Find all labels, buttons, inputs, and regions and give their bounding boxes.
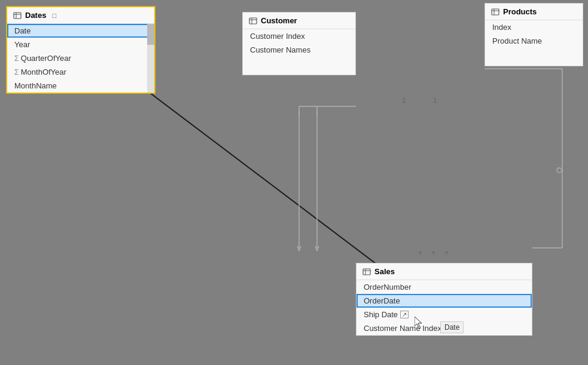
products-row-name-label: Product Name	[492, 36, 542, 45]
dates-row-monthofyear[interactable]: MonthOfYear	[7, 65, 154, 79]
products-padding	[485, 48, 583, 66]
dates-row-monthname-label: MonthName	[14, 81, 57, 90]
dates-row-monthofyear-label: MonthOfYear	[21, 68, 66, 76]
customer-padding	[243, 57, 355, 75]
dates-table-header: Dates □	[7, 7, 154, 24]
dates-row-year[interactable]: Year	[7, 38, 154, 51]
customer-row-index[interactable]: Customer Index	[243, 29, 355, 43]
dates-table-icon	[13, 11, 22, 20]
dates-row-year-label: Year	[14, 40, 30, 49]
sales-row-shipdate[interactable]: Ship Date ↗	[357, 308, 532, 321]
sales-row-orderdate-label: OrderDate	[364, 296, 400, 305]
sales-row-customer-name-index[interactable]: Customer Name Index	[357, 321, 532, 335]
products-row-index-label: Index	[492, 23, 511, 32]
shipdate-link-icon: ↗	[400, 311, 409, 318]
svg-rect-22	[249, 18, 257, 24]
dates-table: Dates □ Date Year QuarterOfYear MonthOfY…	[6, 6, 156, 94]
products-table-title: Products	[503, 7, 537, 16]
svg-text:*: *	[432, 249, 435, 259]
customer-table: Customer Customer Index Customer Names	[242, 12, 356, 75]
svg-text:*: *	[419, 249, 422, 259]
products-row-name[interactable]: Product Name	[485, 34, 583, 48]
customer-table-title: Customer	[261, 16, 297, 25]
products-row-index[interactable]: Index	[485, 20, 583, 34]
sales-table-icon	[362, 268, 371, 276]
dates-scroll-thumb[interactable]	[147, 24, 154, 45]
svg-text:1: 1	[433, 96, 437, 105]
sales-table-title: Sales	[374, 267, 395, 276]
customer-row-index-label: Customer Index	[250, 32, 305, 41]
dates-row-quarterofyear-label: QuarterOfYear	[21, 54, 71, 63]
dates-collapse-icon[interactable]: □	[52, 12, 56, 19]
dates-row-date[interactable]: Date	[7, 24, 154, 38]
dates-row-date-label: Date	[14, 26, 31, 35]
sales-row-shipdate-label: Ship Date	[364, 310, 398, 319]
customer-row-names[interactable]: Customer Names	[243, 43, 355, 57]
products-rows: Index Product Name	[485, 20, 583, 66]
products-table: Products Index Product Name	[485, 3, 583, 66]
sales-rows: OrderNumber OrderDate Ship Date ↗ Custom…	[357, 280, 532, 335]
customer-table-header: Customer	[243, 13, 355, 29]
sales-row-orderdate[interactable]: OrderDate	[357, 294, 532, 308]
sales-row-ordernumber-label: OrderNumber	[364, 283, 411, 292]
svg-line-16	[317, 246, 319, 251]
customer-table-icon	[249, 17, 257, 25]
customer-row-names-label: Customer Names	[250, 45, 310, 54]
products-table-header: Products	[485, 4, 583, 20]
svg-point-12	[557, 168, 562, 173]
dates-scrollbar[interactable]	[147, 24, 154, 93]
svg-line-14	[299, 246, 301, 251]
svg-text:*: *	[445, 249, 449, 259]
customer-rows: Customer Index Customer Names	[243, 29, 355, 75]
svg-rect-25	[492, 9, 499, 15]
svg-line-15	[315, 246, 317, 251]
sales-table-header: Sales	[357, 263, 532, 280]
sales-table: Sales OrderNumber OrderDate Ship Date ↗ …	[356, 263, 532, 336]
sales-row-ordernumber[interactable]: OrderNumber	[357, 280, 532, 294]
svg-text:1: 1	[402, 96, 406, 105]
svg-line-13	[297, 246, 299, 251]
sales-row-customer-name-index-label: Customer Name Index	[364, 324, 441, 333]
dates-row-quarterofyear[interactable]: QuarterOfYear	[7, 51, 154, 65]
dates-row-monthname[interactable]: MonthName	[7, 79, 154, 93]
dates-table-title: Dates	[25, 11, 46, 20]
svg-rect-28	[363, 269, 370, 275]
svg-rect-19	[14, 13, 21, 19]
products-table-icon	[491, 8, 499, 16]
